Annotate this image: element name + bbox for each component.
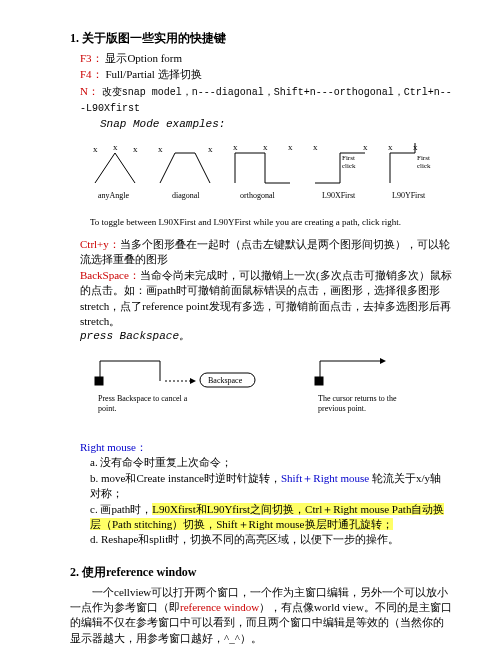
item-d: d. Reshape和split时，切换不同的高亮区域，以便下一步的操作。 [90,532,452,547]
item-b-1: b. move和Create instance时逆时针旋转， [90,472,281,484]
section-1: 1. 关于版图一些实用的快捷键 F3： 显示Option form F4： Fu… [70,30,452,548]
backspace-svg: Backspace Press Backspace to cancel a po… [90,351,430,426]
svg-marker-16 [190,378,196,384]
section-2-title: 使用reference window [82,565,197,579]
section-2: 2. 使用reference window 一个cellview可以打开两个窗口… [70,564,452,649]
section-1-number: 1. [70,31,79,45]
svg-text:previous point.: previous point. [318,404,366,413]
ctrly-text: 当多个图形叠在一起时（点击左键默认是两个图形间切换），可以轮流选择重叠的图形 [80,238,450,265]
label-orthogonal: orthogonal [240,191,275,200]
section-2-number: 2. [70,565,79,579]
backspace-cap2: The cursor returns to the [318,394,397,403]
svg-text:click: click [342,162,356,170]
backspace-key: BackSpace： [80,269,140,281]
svg-text:x: x [263,142,268,152]
section-2-p1: 一个cellview可以打开两个窗口，一个作为主窗口编辑，另外一个可以放小一点作… [70,585,452,647]
n-text: 改变snap model，n---diagonal，Shift+n---orth… [80,87,452,114]
svg-rect-14 [95,377,103,385]
f3-key: F3： [80,52,103,64]
p1-2: reference window [180,601,259,613]
ctrly-line: Ctrl+y：当多个图形叠在一起时（点击左键默认是两个图形间切换），可以轮流选择… [80,237,452,268]
rightmouse-key: Right mouse： [80,440,452,455]
ctrly-key: Ctrl+y： [80,238,120,250]
svg-text:x: x [113,142,118,152]
item-c-1: c. 画path时， [90,503,152,515]
svg-text:click: click [417,162,431,170]
toggle-caption: To toggle between L90XFirst and L90YFirs… [90,216,452,229]
f4-key: F4： [80,68,103,80]
section-2-heading: 2. 使用reference window [70,564,452,581]
svg-text:x: x [363,142,368,152]
first-click-1: First [342,154,355,162]
label-anyangle: anyAngle [98,191,130,200]
label-l90x: L90XFirst [322,191,356,200]
svg-rect-18 [315,377,323,385]
svg-text:x: x [313,142,318,152]
first-click-2: First [417,154,430,162]
backspace-cap1: Press Backspace to cancel a [98,394,188,403]
item-a: a. 没有命令时重复上次命令； [90,455,452,470]
svg-text:x: x [158,144,163,154]
label-diagonal: diagonal [172,191,200,200]
svg-text:x: x [413,142,418,152]
svg-text:x: x [208,144,213,154]
snap-diagram: xxx xx xxx xx xx First click First click… [90,138,452,212]
svg-text:point.: point. [98,404,116,413]
svg-text:x: x [233,142,238,152]
f4-line: F4： Full/Partial 选择切换 [80,67,452,82]
snap-svg: xxx xx xxx xx xx First click First click… [90,138,440,208]
backspace-line: BackSpace：当命令尚未完成时，可以撤销上一次(多次点击可撤销多次）鼠标的… [80,268,452,330]
svg-text:x: x [288,142,293,152]
f4-text: Full/Partial 选择切换 [105,68,201,80]
section-1-title: 关于版图一些实用的快捷键 [82,31,226,45]
n-line: N： 改变snap model，n---diagonal，Shift+n---o… [80,84,452,116]
backspace-diagram: Backspace Press Backspace to cancel a po… [90,351,452,430]
svg-marker-19 [380,358,386,364]
item-b-2: Shift＋Right mouse [281,472,369,484]
f3-text: 显示Option form [105,52,182,64]
svg-text:x: x [93,144,98,154]
label-l90y: L90YFirst [392,191,426,200]
snap-examples-label: Snap Mode examples: [100,117,452,132]
item-c: c. 画path时，L90Xfirst和L90Yfirst之间切换，Ctrl＋R… [90,502,452,533]
backspace-label: Backspace [208,376,243,385]
press-backspace: press Backspace。 [80,329,452,344]
svg-text:x: x [388,142,393,152]
f3-line: F3： 显示Option form [80,51,452,66]
n-key: N： [80,85,99,97]
svg-text:x: x [133,144,138,154]
item-b: b. move和Create instance时逆时针旋转，Shift＋Righ… [90,471,452,502]
section-1-heading: 1. 关于版图一些实用的快捷键 [70,30,452,47]
